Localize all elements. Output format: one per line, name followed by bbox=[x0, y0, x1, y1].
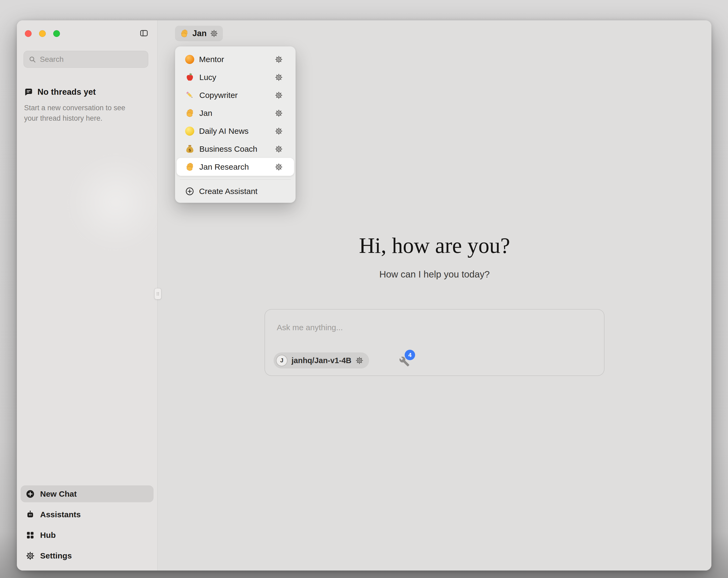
zoom-window-button[interactable] bbox=[53, 30, 60, 37]
assistant-settings-button[interactable] bbox=[275, 55, 283, 64]
menu-item-label: Copywriter bbox=[199, 91, 270, 100]
greeting-subtitle: How can I help you today? bbox=[158, 269, 711, 280]
hub-icon bbox=[26, 531, 35, 540]
sidebar-item-hub[interactable]: Hub bbox=[21, 527, 154, 544]
main-area: Jan Mentor Lucy Copywriter Jan bbox=[158, 20, 711, 571]
sidebar-toggle-icon bbox=[139, 29, 149, 38]
sidebar-item-new-chat[interactable]: New Chat bbox=[21, 485, 154, 502]
minimize-window-button[interactable] bbox=[39, 30, 46, 37]
sidebar-item-assistants[interactable]: Assistants bbox=[21, 506, 154, 523]
search-icon bbox=[28, 55, 36, 64]
create-assistant-label: Create Assistant bbox=[199, 187, 257, 196]
assistant-menu-item-jan[interactable]: Jan bbox=[177, 104, 294, 122]
new-chat-plus-icon bbox=[26, 489, 35, 499]
grip-dots-icon bbox=[155, 289, 161, 298]
wave-hand-icon bbox=[185, 108, 194, 118]
menu-item-label: Jan bbox=[199, 109, 270, 118]
sidebar-highlight-blob bbox=[68, 154, 164, 250]
create-assistant-button[interactable]: Create Assistant bbox=[177, 183, 294, 200]
nav-item-label: New Chat bbox=[40, 489, 77, 499]
menu-item-label: Business Coach bbox=[199, 145, 270, 154]
model-name: janhq/Jan-v1-4B bbox=[292, 356, 352, 365]
menu-item-label: Mentor bbox=[199, 55, 270, 64]
assistant-selector-button[interactable]: Jan bbox=[175, 26, 223, 41]
chat-input-placeholder: Ask me anything... bbox=[277, 323, 343, 332]
pencil-icon bbox=[185, 91, 194, 100]
orange-circle-icon bbox=[185, 55, 194, 64]
assistant-menu-item-copywriter[interactable]: Copywriter bbox=[177, 86, 294, 104]
wave-hand-icon bbox=[180, 29, 189, 38]
assistant-settings-button[interactable] bbox=[275, 91, 283, 99]
assistant-menu-item-daily-ai-news[interactable]: Daily AI News bbox=[177, 122, 294, 140]
menu-item-label: Jan Research bbox=[199, 162, 270, 172]
assistant-menu-item-jan-research[interactable]: Jan Research bbox=[177, 158, 294, 176]
plus-circle-outline-icon bbox=[185, 187, 194, 196]
chat-input-box[interactable]: Ask me anything... J janhq/Jan-v1-4B 4 bbox=[265, 309, 605, 376]
tools-count-badge: 4 bbox=[405, 350, 415, 360]
gear-icon bbox=[356, 356, 364, 365]
nav-item-label: Assistants bbox=[40, 510, 81, 519]
menu-divider bbox=[180, 179, 291, 180]
assistant-settings-button[interactable] bbox=[275, 163, 283, 171]
menu-item-label: Daily AI News bbox=[199, 127, 270, 136]
yellow-circle-icon bbox=[185, 127, 194, 136]
assistant-menu-item-mentor[interactable]: Mentor bbox=[177, 50, 294, 68]
assistant-settings-button[interactable] bbox=[275, 109, 283, 117]
threads-empty-state: No threads yet Start a new conversation … bbox=[24, 87, 143, 124]
nav-item-label: Hub bbox=[40, 531, 56, 540]
sidebar-toggle-button[interactable] bbox=[138, 27, 150, 39]
assistant-menu-item-business-coach[interactable]: Business Coach bbox=[177, 140, 294, 158]
assistants-icon bbox=[26, 510, 35, 519]
money-bag-icon bbox=[185, 144, 194, 154]
sidebar-resize-handle[interactable] bbox=[154, 288, 161, 299]
assistant-menu-item-lucy[interactable]: Lucy bbox=[177, 68, 294, 86]
window-controls bbox=[25, 30, 60, 37]
search-placeholder: Search bbox=[40, 55, 64, 64]
sidebar-item-settings[interactable]: Settings bbox=[21, 547, 154, 564]
assistant-settings-button[interactable] bbox=[275, 127, 283, 135]
app-window: Search No threads yet Start a new conver… bbox=[17, 20, 711, 571]
apple-icon bbox=[185, 73, 194, 82]
gear-icon bbox=[210, 29, 218, 37]
assistant-settings-button[interactable] bbox=[275, 73, 283, 81]
assistant-dropdown-menu: Mentor Lucy Copywriter Jan Daily AI News bbox=[175, 46, 296, 203]
close-window-button[interactable] bbox=[25, 30, 31, 37]
empty-state-description: Start a new conversation to see your thr… bbox=[24, 103, 141, 124]
settings-gear-icon bbox=[26, 551, 35, 560]
model-selector-button[interactable]: J janhq/Jan-v1-4B bbox=[274, 352, 369, 369]
wave-hand-icon bbox=[185, 162, 194, 172]
chat-bubble-icon bbox=[24, 87, 33, 97]
empty-state-title: No threads yet bbox=[37, 87, 96, 97]
search-input[interactable]: Search bbox=[24, 51, 148, 68]
model-avatar: J bbox=[276, 355, 288, 366]
nav-item-label: Settings bbox=[40, 551, 72, 560]
greeting-block: Hi, how are you? How can I help you toda… bbox=[158, 233, 711, 280]
assistant-name: Jan bbox=[192, 29, 207, 38]
greeting-title: Hi, how are you? bbox=[158, 233, 711, 258]
menu-item-label: Lucy bbox=[199, 73, 270, 82]
sidebar-nav: New Chat Assistants Hub Settings bbox=[21, 485, 154, 564]
assistant-settings-button[interactable] bbox=[275, 145, 283, 153]
sidebar: Search No threads yet Start a new conver… bbox=[17, 20, 158, 571]
